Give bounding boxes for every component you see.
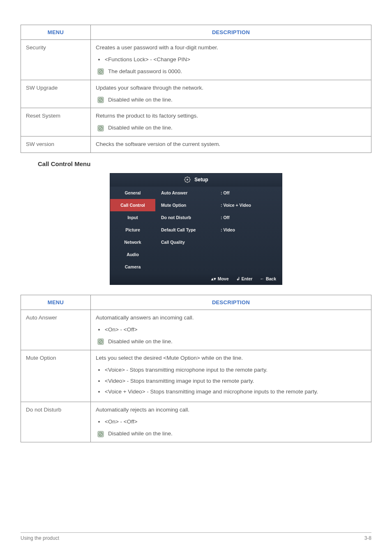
desc-cell: Updates your software through the networ… xyxy=(91,80,371,108)
desc-text: Automatically rejects an incoming call. xyxy=(96,406,366,414)
footer-right: 3-8 xyxy=(364,535,371,541)
nav-input[interactable]: Input xyxy=(110,211,155,224)
table-row: Auto Answer Automatically answers an inc… xyxy=(21,310,371,350)
bullet-line: <On> - <Off> xyxy=(96,418,366,426)
svg-line-17 xyxy=(185,181,186,182)
bullet-icon xyxy=(98,421,100,423)
bullet-icon xyxy=(98,329,100,331)
bullet-line: <Voice + Video> - Stops transmitting ima… xyxy=(96,388,366,396)
nav-call-control[interactable]: Call Control xyxy=(110,199,155,211)
prohibit-icon xyxy=(97,338,104,345)
table-row: Security Creates a user password with a … xyxy=(21,40,371,80)
table-row: Reset System Returns the product to its … xyxy=(21,108,371,136)
note-line: Disabled while on the line. xyxy=(96,124,366,132)
setup-row[interactable]: Default Call Type : Video xyxy=(155,224,282,236)
note-line: The default password is 0000. xyxy=(96,68,366,76)
bullet-line: <Voice> - Stops transmitting microphone … xyxy=(96,366,366,374)
menu-cell: Do not Disturb xyxy=(21,402,91,442)
setup-content: Auto Answer : Off Mute Option : Voice + … xyxy=(155,187,282,273)
note-text: Disabled while on the line. xyxy=(108,430,173,438)
note-line: Disabled while on the line. xyxy=(96,338,366,346)
menu-cell: Mute Option xyxy=(21,350,91,402)
footer-left: Using the product xyxy=(21,535,59,541)
setup-row[interactable]: Do not Disturb : Off xyxy=(155,211,282,224)
bullet-text: <Functions Lock> - <Change PIN> xyxy=(105,56,190,64)
svg-line-15 xyxy=(185,177,186,178)
desc-text: Lets you select the desired <Mute Option… xyxy=(96,354,366,362)
setup-title: Setup xyxy=(194,177,208,183)
nav-general[interactable]: General xyxy=(110,187,155,199)
updown-icon: ▴▾ xyxy=(211,276,216,281)
footer-move: ▴▾ Move xyxy=(211,276,229,281)
table2-head-desc: DESCRIPTION xyxy=(91,295,371,310)
nav-picture[interactable]: Picture xyxy=(110,224,155,236)
menu-cell: SW Upgrade xyxy=(21,80,91,108)
footer-enter: ↲ Enter xyxy=(236,276,253,281)
footer-back-text: Back xyxy=(266,276,276,281)
prohibit-icon xyxy=(97,125,104,132)
desc-cell: Checks the software version of the curre… xyxy=(91,136,371,153)
desc-cell: Automatically answers an incoming call. … xyxy=(91,310,371,350)
footer-enter-text: Enter xyxy=(242,276,253,281)
prohibit-icon xyxy=(97,431,104,437)
nav-camera[interactable]: Camera xyxy=(110,261,155,273)
table2-head-menu: MENU xyxy=(21,295,91,310)
footer-back: ← Back xyxy=(260,276,276,281)
setup-nav: General Call Control Input Picture Netwo… xyxy=(110,187,155,273)
gear-icon xyxy=(184,176,191,183)
footer-move-text: Move xyxy=(218,276,229,281)
row-label: Call Quality xyxy=(161,240,221,245)
row-label: Default Call Type xyxy=(161,227,221,232)
bullet-text: <Voice> - Stops transmitting microphone … xyxy=(105,366,267,374)
table1-head-desc: DESCRIPTION xyxy=(91,25,371,40)
section-heading: Call Control Menu xyxy=(38,160,371,167)
bullet-icon xyxy=(98,369,100,371)
row-value: : Video xyxy=(221,227,280,232)
note-text: Disabled while on the line. xyxy=(108,124,173,132)
desc-text: Automatically answers an incoming call. xyxy=(96,314,366,322)
bullet-text: <Video> - Stops transmitting image input… xyxy=(105,377,254,385)
menu-cell: Security xyxy=(21,40,91,80)
bullet-text: <On> - <Off> xyxy=(105,418,137,426)
svg-line-18 xyxy=(189,177,190,178)
bullet-text: <On> - <Off> xyxy=(105,326,137,334)
prohibit-icon xyxy=(97,97,104,103)
bullet-icon xyxy=(98,59,100,60)
setup-osd: Setup General Call Control Input Picture… xyxy=(110,173,282,285)
desc-text: Creates a user password with a four-digi… xyxy=(96,44,366,52)
menu-cell: Reset System xyxy=(21,108,91,136)
table-row: Do not Disturb Automatically rejects an … xyxy=(21,402,371,442)
nav-audio[interactable]: Audio xyxy=(110,248,155,261)
menu-table-1: MENU DESCRIPTION Security Creates a user… xyxy=(21,25,371,153)
desc-cell: Automatically rejects an incoming call. … xyxy=(91,402,371,442)
row-label: Do not Disturb xyxy=(161,215,221,220)
row-value xyxy=(221,240,280,245)
desc-text: Returns the product to its factory setti… xyxy=(96,112,366,120)
row-label: Auto Answer xyxy=(161,190,221,195)
desc-text: Updates your software through the networ… xyxy=(96,84,366,92)
row-value: : Voice + Video xyxy=(221,203,280,208)
menu-cell: SW version xyxy=(21,136,91,153)
nav-network[interactable]: Network xyxy=(110,236,155,248)
setup-row[interactable]: Mute Option : Voice + Video xyxy=(155,199,282,211)
enter-icon: ↲ xyxy=(236,276,240,281)
table-row: SW Upgrade Updates your software through… xyxy=(21,80,371,108)
note-text: The default password is 0000. xyxy=(108,68,182,76)
desc-cell: Lets you select the desired <Mute Option… xyxy=(91,350,371,402)
bullet-text: <Voice + Video> - Stops transmitting ima… xyxy=(105,388,318,396)
table-row: SW version Checks the software version o… xyxy=(21,136,371,153)
note-line: Disabled while on the line. xyxy=(96,430,366,438)
setup-row[interactable]: Auto Answer : Off xyxy=(155,187,282,199)
page-footer: Using the product 3-8 xyxy=(21,532,371,541)
menu-cell: Auto Answer xyxy=(21,310,91,350)
bullet-line: <On> - <Off> xyxy=(96,326,366,334)
row-label: Mute Option xyxy=(161,203,221,208)
svg-point-10 xyxy=(187,179,188,180)
back-arrow-icon: ← xyxy=(260,276,264,281)
note-text: Disabled while on the line. xyxy=(108,338,173,346)
setup-row[interactable]: Call Quality xyxy=(155,236,282,248)
row-value: : Off xyxy=(221,190,280,195)
note-text: Disabled while on the line. xyxy=(108,96,173,104)
bullet-line: <Functions Lock> - <Change PIN> xyxy=(96,56,366,64)
row-value: : Off xyxy=(221,215,280,220)
